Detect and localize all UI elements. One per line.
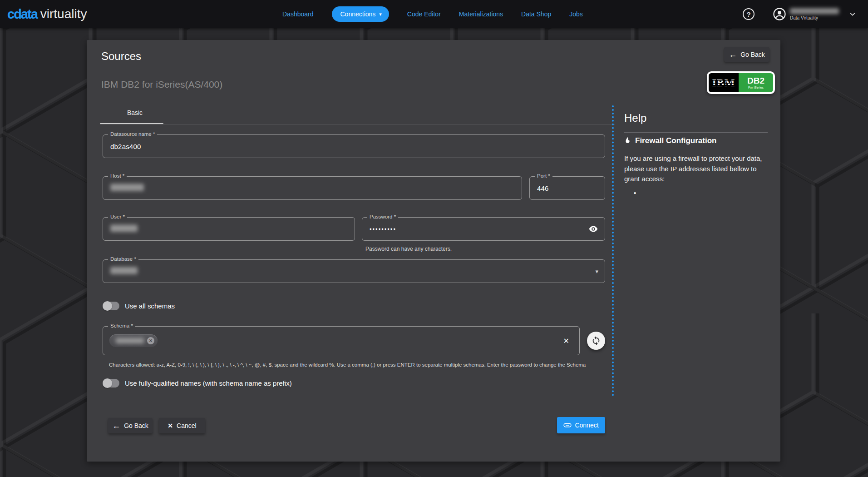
help-title: Help [624,112,646,124]
datasource-name-field[interactable]: Datasource name * db2as400 [103,134,605,158]
go-back-button-top[interactable]: ← Go Back [724,47,769,62]
use-all-schemas-toggle[interactable] [103,302,119,310]
connector-title: IBM DB2 for iSeries(AS/400) [101,79,222,90]
database-field[interactable]: Database * ▾ [103,259,605,283]
host-label: Host * [108,173,127,179]
help-section-header: Firewall Configuration [624,136,716,145]
user-value-redacted [110,225,138,234]
ibm-logo-stripes [709,77,739,89]
go-back-bottom-label: Go Back [124,422,148,429]
toggle-knob [103,378,112,388]
db2-logo-subtext: For iSeries [748,86,764,89]
schema-label: Schema * [108,323,135,328]
navbar-right-group: ? Data Virtuality [743,0,856,28]
go-back-label: Go Back [740,51,765,58]
connector-logo-badge: IBM DB2 For iSeries [707,71,775,94]
password-helper-text: Password can have any characters. [365,246,452,252]
help-title-divider [624,132,768,133]
flame-icon [624,137,631,145]
eye-icon [588,224,598,234]
datasource-name-value: db2as400 [110,143,141,150]
dropdown-caret-icon[interactable]: ▾ [595,268,598,275]
app-logo[interactable]: cdata virtuality [7,0,87,28]
user-name-redacted [790,8,839,14]
link-icon [563,422,572,428]
arrow-left-icon: ← [729,50,737,59]
chip-remove-icon[interactable]: ✕ [147,337,154,344]
schema-field[interactable]: Schema * ✕ ✕ [103,326,580,355]
help-body-text: If you are using a firewall to protect y… [624,154,770,184]
database-label: Database * [108,256,138,262]
use-all-schemas-row: Use all schemas [103,302,175,310]
nav-item-connections-label: Connections [340,10,376,18]
nav-item-code-editor[interactable]: Code Editor [407,10,441,18]
schema-refresh-button[interactable] [587,332,605,350]
user-label: User * [108,214,127,219]
db2-logo-text: DB2 [747,76,764,85]
close-icon: ✕ [168,422,173,429]
go-back-button-bottom[interactable]: ← Go Back [108,418,153,433]
port-field[interactable]: Port * 446 [529,176,605,200]
nav-item-dashboard[interactable]: Dashboard [282,10,314,18]
ibm-logo: IBM [709,73,739,92]
port-value: 446 [537,184,549,192]
help-icon[interactable]: ? [743,8,755,20]
password-visibility-toggle[interactable] [588,224,598,234]
user-text-block: Data Virtuality [790,8,839,20]
tab-basic[interactable]: Basic [122,109,148,116]
nav-item-connections[interactable]: Connections ▾ [332,6,389,22]
use-fqn-toggle[interactable] [103,379,119,388]
database-value-redacted [110,267,138,276]
arrow-left-icon: ← [112,422,120,430]
user-avatar-icon [773,7,786,21]
connect-label: Connect [575,422,598,429]
password-label: Password * [367,214,398,219]
use-fqn-label: Use fully-qualified names (with schema n… [125,379,292,387]
nav-item-materializations[interactable]: Materializations [459,10,503,18]
user-org-label: Data Virtuality [790,15,839,20]
nav-item-data-shop[interactable]: Data Shop [521,10,551,18]
help-section-title: Firewall Configuration [635,136,716,145]
caret-down-icon: ▾ [379,12,382,17]
cancel-label: Cancel [177,422,197,429]
tab-bar-line [100,124,615,124]
host-value-redacted [110,184,144,193]
sync-icon [591,336,601,346]
db2-logo: DB2 For iSeries [739,73,773,92]
toggle-knob [103,301,112,311]
logo-brand-text: cdata [7,7,37,22]
password-value: ••••••••• [370,226,396,233]
cancel-button[interactable]: ✕ Cancel [159,418,205,433]
sources-panel: Sources ← Go Back IBM DB2 For iSeries IB… [87,40,780,462]
help-divider-dotted [612,105,614,396]
schema-clear-icon[interactable]: ✕ [563,337,569,345]
chevron-down-icon[interactable] [849,10,856,18]
password-field[interactable]: Password * ••••••••• [362,217,605,241]
use-fqn-row: Use fully-qualified names (with schema n… [103,379,292,388]
top-navbar: cdata virtuality Dashboard Connections ▾… [0,0,868,28]
schema-chip-text-redacted [116,338,144,343]
datasource-name-label: Datasource name * [108,131,157,137]
schema-chip[interactable]: ✕ [109,334,158,347]
use-all-schemas-label: Use all schemas [125,302,175,310]
user-field[interactable]: User * [103,217,355,241]
logo-product-text: virtuality [40,7,87,21]
user-menu[interactable]: Data Virtuality [773,7,856,21]
schema-helper-text: Characters allowed: a-z, A-Z, 0-9, !, \ … [109,362,586,368]
main-navigation: Dashboard Connections ▾ Code Editor Mate… [282,0,583,28]
page-title: Sources [101,50,141,63]
host-field[interactable]: Host * [103,176,522,200]
port-label: Port * [535,173,552,179]
connect-button[interactable]: Connect [557,417,605,433]
nav-item-jobs[interactable]: Jobs [569,10,583,18]
help-bullet: • [634,189,636,197]
